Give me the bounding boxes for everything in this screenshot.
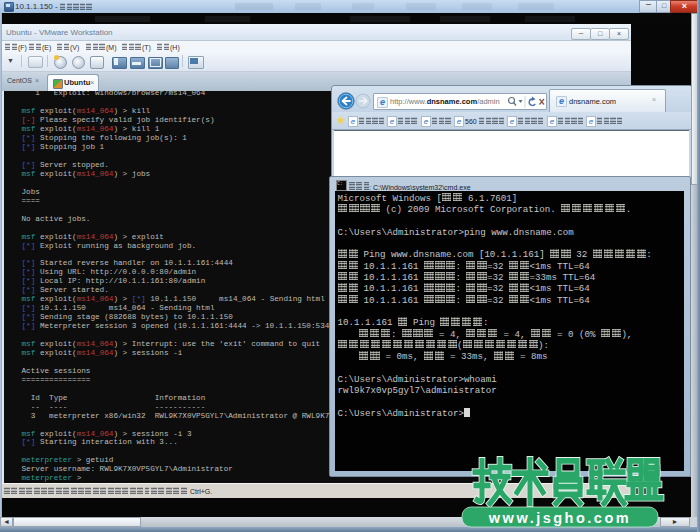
svg-text:www.jsgho.com: www.jsgho.com bbox=[488, 510, 631, 526]
